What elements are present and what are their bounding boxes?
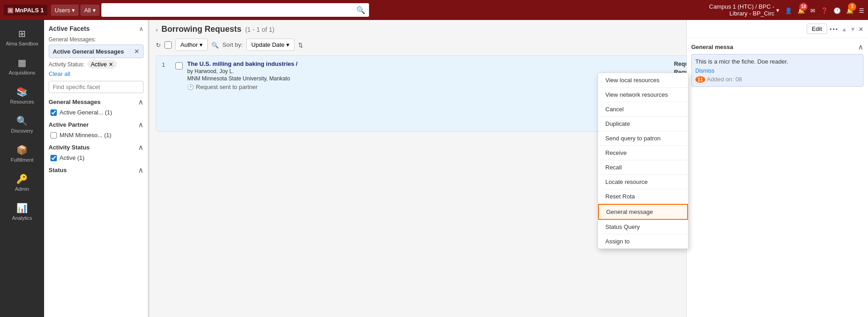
home-icon: ⊞ bbox=[18, 28, 26, 39]
search-filter-button[interactable]: 🔍 bbox=[211, 41, 219, 49]
notifications-button[interactable]: 🔔 18 bbox=[798, 5, 805, 15]
up-icon: ▲ bbox=[841, 26, 847, 33]
sort-direction-button[interactable]: ⇅ bbox=[298, 41, 303, 49]
gm-body-text: This is a micr the fiche. Doe reader. bbox=[695, 58, 859, 65]
ctx-item-receive[interactable]: Receive bbox=[598, 146, 688, 160]
facet-checkbox-active-general[interactable] bbox=[50, 109, 57, 116]
mail-button[interactable]: ✉ bbox=[810, 5, 815, 15]
ctx-item-reset-rota[interactable]: Reset Rota bbox=[598, 189, 688, 204]
sidebar-item-fulfillment[interactable]: 📦 Fulfillment bbox=[0, 140, 44, 167]
gm-section-title: General messa bbox=[691, 44, 733, 50]
collapse-status-button[interactable]: ∧ bbox=[138, 166, 144, 174]
campus-line1: Campus 1 (HTC) / BPC - bbox=[709, 3, 774, 10]
collapse-active-partner-button[interactable]: ∧ bbox=[138, 120, 144, 129]
clock-icon: 🕐 bbox=[833, 7, 841, 14]
logo-icon: ▣ bbox=[7, 6, 13, 14]
refresh-button[interactable]: ↻ bbox=[156, 41, 161, 49]
right-arrow-up-button[interactable]: ▲ bbox=[841, 25, 847, 33]
ctx-item-send-query[interactable]: Send query to patron bbox=[598, 131, 688, 146]
right-arrow-down-button[interactable]: ▼ bbox=[850, 25, 856, 33]
search-area: Users ▾ All ▾ 🔍 bbox=[51, 3, 369, 17]
resize-handle[interactable] bbox=[148, 20, 150, 317]
clear-all-link[interactable]: Clear all bbox=[49, 70, 70, 77]
facet-group-title-status: Status bbox=[49, 167, 67, 173]
sort-dropdown[interactable]: Update Date ▾ bbox=[246, 39, 294, 51]
alerts-button[interactable]: 🔔 3 bbox=[846, 5, 853, 15]
chevron-up-icon: ∧ bbox=[139, 25, 144, 32]
ctx-item-cancel[interactable]: Cancel bbox=[598, 102, 688, 117]
ctx-label-recall: Recall bbox=[605, 164, 622, 171]
ctx-item-view-local[interactable]: View local resources bbox=[598, 73, 688, 88]
sort-chevron-icon: ▾ bbox=[286, 41, 289, 48]
remove-general-messages-button[interactable]: ✕ bbox=[134, 48, 140, 55]
remove-activity-status-button[interactable]: ✕ bbox=[109, 61, 113, 68]
sidebar-item-resources[interactable]: 📚 Resources bbox=[0, 82, 44, 109]
collapse-activity-status-button[interactable]: ∧ bbox=[138, 143, 144, 152]
search-scope-dropdown[interactable]: Users ▾ bbox=[51, 5, 79, 16]
collapse-general-messages-button[interactable]: ∧ bbox=[138, 98, 144, 106]
row-checkbox[interactable] bbox=[175, 62, 183, 69]
right-edit-button[interactable]: Edit bbox=[807, 24, 827, 34]
down-icon: ▼ bbox=[850, 26, 856, 33]
sidebar-item-alma-sandbox[interactable]: ⊞ Alma Sandbox bbox=[0, 24, 44, 51]
sort-dir-icon: ⇅ bbox=[298, 42, 303, 49]
row-number: 1 bbox=[162, 60, 171, 68]
facets-collapse-button[interactable]: ∧ bbox=[139, 25, 144, 33]
campus-label[interactable]: Campus 1 (HTC) / BPC - Library - BP_Circ… bbox=[709, 3, 779, 17]
sidebar-item-admin[interactable]: 🔑 Admin bbox=[0, 169, 44, 196]
search-input[interactable] bbox=[105, 7, 357, 14]
acquisitions-icon: ▦ bbox=[18, 57, 26, 68]
select-all-checkbox[interactable] bbox=[165, 41, 172, 49]
ctx-item-assign-to[interactable]: Assign to bbox=[598, 234, 688, 248]
dismiss-link[interactable]: Dismiss bbox=[695, 68, 714, 74]
context-menu: View local resources View network resour… bbox=[598, 73, 688, 249]
ctx-label-receive: Receive bbox=[605, 149, 627, 156]
book-author: by Harwood, Joy L. bbox=[187, 68, 669, 74]
alerts-badge: 3 bbox=[848, 3, 856, 11]
search-scope-label: Users bbox=[55, 7, 70, 14]
right-close-button[interactable]: ✕ bbox=[858, 24, 863, 34]
sidebar-label-admin: Admin bbox=[15, 186, 29, 192]
general-messages-section: General messa ∧ This is a micr the fiche… bbox=[691, 43, 863, 87]
added-prefix: Added on: 08 bbox=[707, 76, 742, 83]
ctx-item-general-message[interactable]: General message bbox=[598, 204, 688, 220]
sidebar-item-acquisitions[interactable]: ▦ Acquisitions bbox=[0, 53, 44, 80]
ctx-item-duplicate[interactable]: Duplicate bbox=[598, 117, 688, 131]
ctx-label-locate: Locate resource bbox=[605, 178, 648, 185]
filter-label: Author bbox=[180, 41, 198, 48]
top-nav: ▣ MnPALS 1 Users ▾ All ▾ 🔍 Campus 1 (HTC… bbox=[0, 0, 868, 20]
facets-title: Active Facets bbox=[49, 25, 90, 32]
ctx-label-general-message: General message bbox=[606, 208, 653, 215]
gm-section-header: General messa ∧ bbox=[691, 43, 863, 51]
ctx-label-status-query: Status Query bbox=[605, 223, 640, 230]
ctx-item-status-query[interactable]: Status Query bbox=[598, 220, 688, 234]
sidebar-item-analytics[interactable]: 📊 Analytics bbox=[0, 198, 44, 225]
clock-button[interactable]: 🕐 bbox=[833, 5, 841, 15]
back-button[interactable]: ‹ bbox=[156, 25, 158, 34]
ctx-label-duplicate: Duplicate bbox=[605, 120, 630, 127]
sidebar-label-alma-sandbox: Alma Sandbox bbox=[6, 41, 39, 46]
ctx-item-recall[interactable]: Recall bbox=[598, 160, 688, 175]
search-button[interactable]: 🔍 bbox=[356, 6, 365, 15]
user-icon-button[interactable]: 👤 bbox=[785, 5, 792, 15]
facet-group-general-messages: General Messages ∧ Active General... (1) bbox=[49, 98, 144, 116]
ctx-item-locate[interactable]: Locate resource bbox=[598, 175, 688, 189]
menu-button[interactable]: ☰ bbox=[859, 5, 864, 15]
help-button[interactable]: ❓ bbox=[821, 5, 828, 15]
search-all-dropdown[interactable]: All ▾ bbox=[80, 5, 99, 16]
facet-item-label-active: Active (1) bbox=[60, 154, 85, 161]
book-library: MNM Minnesota State University, Mankato bbox=[187, 75, 669, 82]
facet-checkbox-mnm[interactable] bbox=[50, 132, 57, 139]
general-messages-label: General Messages: bbox=[49, 36, 144, 43]
right-more-button[interactable]: ••• bbox=[830, 25, 839, 33]
facet-group-title-gm: General Messages bbox=[49, 99, 100, 105]
filter-dropdown[interactable]: Author ▾ bbox=[175, 39, 208, 51]
sidebar-item-discovery[interactable]: 🔍 Discovery bbox=[0, 111, 44, 138]
facet-checkbox-active[interactable] bbox=[50, 155, 57, 161]
facet-search-input[interactable] bbox=[49, 81, 144, 93]
ctx-item-view-network[interactable]: View network resources bbox=[598, 88, 688, 102]
admin-icon: 🔑 bbox=[16, 173, 28, 184]
gm-collapse-button[interactable]: ∧ bbox=[858, 43, 863, 51]
sidebar-label-discovery: Discovery bbox=[11, 128, 33, 134]
chevron-down-icon3: ▾ bbox=[776, 7, 779, 14]
